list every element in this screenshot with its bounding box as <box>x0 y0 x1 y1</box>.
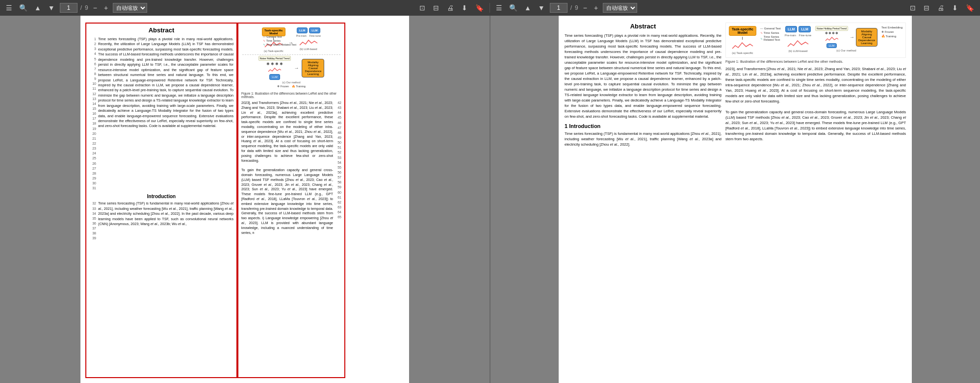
intro-title-left: Introduction <box>89 194 233 199</box>
legend-right: — General Text ∿ Time Series ∿ Time Seri… <box>760 27 781 41</box>
page-total-right: 9 <box>575 4 578 11</box>
noise-badge: Noise Holiday Period Trend <box>258 56 291 61</box>
sidebar-toggle-left[interactable]: ☰ <box>4 3 14 13</box>
page-sep-right: / <box>570 4 572 11</box>
llm-b2-right: LLM <box>799 26 810 32</box>
right-page-left-col: Abstract Time series forecasting (TSF) p… <box>565 23 722 378</box>
pretrain-finetune-label: Pre-train Fine-tune <box>296 34 321 38</box>
figure-caption-left: Figure 1: Illustration of the difference… <box>241 92 341 99</box>
right-page-right-col: Task-specificModel (a) Task-specific <box>725 23 906 378</box>
panel-a-label-right: (a) Task-specific <box>732 51 753 54</box>
frozen-label-right: ❄ Frozen <box>881 30 903 33</box>
pdf-page-left: Abstract 1234567891011121314151617181920… <box>0 16 490 383</box>
pdf-viewer: ☰ 🔍 ▲ ▼ 1 / 9 − + 自动缩放 ⊡ ⊟ 🖨 ⬇ 🔖 ☰ 🔍 <box>0 0 980 383</box>
next-page-left[interactable]: ▼ <box>46 3 57 13</box>
pdf-page-right: Abstract Time series forecasting (TSF) p… <box>490 16 980 383</box>
bookmark-btn-left[interactable]: 🔖 <box>473 3 486 13</box>
abstract-body-right: Time series forecasting (TSF) plays a pi… <box>565 33 722 119</box>
right-col-text: 2023], and Transformers [Zhou et al., 20… <box>241 101 333 375</box>
zoom-select-left[interactable]: 自动缩放 <box>113 3 147 13</box>
toolbar-icons-right: ⊡ ⊟ 🖨 ⬇ 🔖 <box>908 3 976 13</box>
llm-b1-right: LLM <box>785 26 797 32</box>
zoom-out-right[interactable]: − <box>581 3 589 13</box>
legend-time-series: ∿ Time Series <box>263 39 296 42</box>
noise-badge-right: Noise Holiday Period Trend <box>815 26 848 31</box>
sidebar-toggle-right[interactable]: ☰ <box>494 3 504 13</box>
intro-title-right: 1 Introduction <box>565 123 722 129</box>
legend-general-right: — General Text <box>760 27 781 30</box>
download-btn-left[interactable]: ⬇ <box>460 3 469 13</box>
toolbar-icons-left: ⊡ ⊟ 🖨 ⬇ 🔖 <box>417 3 486 13</box>
our-method-panel: Noise Holiday Period Trend ❄ ❄ ❄ ❄ <box>242 56 340 84</box>
figure-diagram: Task-specificModel (a) Task-specific <box>241 26 341 90</box>
legend-general-text: — General Text <box>263 35 296 38</box>
bookmark-btn-right[interactable]: 🔖 <box>964 3 976 13</box>
fig-panel-b-right: LLM LLM Pre-train Fine-tune (b) LLM-base… <box>785 26 811 52</box>
llm-c-right: LLM <box>826 43 837 48</box>
line-numbers-right: 4243444546474849505152535455565758596061… <box>335 101 341 375</box>
next-page-right[interactable]: ▼ <box>536 3 547 13</box>
intro-body-right: Time series forecasting (TSF) is fundame… <box>565 131 722 147</box>
two-page-btn-left[interactable]: ⊟ <box>431 3 441 13</box>
ts-chart-right-b <box>787 39 809 49</box>
task-specific-right: Task-specificModel <box>729 26 756 36</box>
task-specific-label: (a) Task-specific <box>264 50 284 52</box>
fig-panel-c-right: Noise Holiday Period Trend ❄❄❄❄ LLM → <box>815 26 877 52</box>
modality-c-right: ModalityAligningCausalDependenceLearning <box>856 28 877 47</box>
legend-ts-right: ∿ Time Series <box>760 31 781 34</box>
ts-chart-3 <box>267 67 282 74</box>
zoom-in-right[interactable]: + <box>592 3 600 13</box>
continuation-text-right: 2023], and Transformers [Zhou et al., 20… <box>725 66 906 142</box>
download-btn-right[interactable]: ⬇ <box>950 3 960 13</box>
page-input-left[interactable]: 1 <box>60 3 77 13</box>
page-content-left: Abstract 1234567891011121314151617181920… <box>80 16 409 383</box>
left-text-column: Abstract 1234567891011121314151617181920… <box>85 23 237 378</box>
figure-area-right: Task-specificModel (a) Task-specific <box>725 23 906 58</box>
frozen-training-legend-right: Text Embedding ❄ Frozen 🔥 Training <box>881 26 903 38</box>
zoom-out-left[interactable]: − <box>91 3 99 13</box>
fit-page-btn-left[interactable]: ⊡ <box>417 3 427 13</box>
toolbar: ☰ 🔍 ▲ ▼ 1 / 9 − + 自动缩放 ⊡ ⊟ 🖨 ⬇ 🔖 ☰ 🔍 <box>0 0 980 16</box>
search-btn-left[interactable]: 🔍 <box>17 3 29 13</box>
llm-box-1: LLM <box>297 27 308 33</box>
print-btn-right[interactable]: 🖨 <box>935 3 946 13</box>
prev-page-right[interactable]: ▲ <box>522 3 533 13</box>
page-sep-left: / <box>80 4 82 11</box>
llm-based-label: (b) LLM-based <box>300 48 317 51</box>
ts-chart-right-a <box>731 41 753 51</box>
modality-box: ModalityAligningCausalDependenceLearning <box>302 59 324 77</box>
line-numbers-abstract: 1234567891011121314151617181920212223242… <box>89 37 96 191</box>
training-label-right: 🔥 Training <box>881 34 903 38</box>
ts-chart-right-c <box>825 36 839 43</box>
legend-ts-related: ∿ Time Series Related Text <box>263 43 296 46</box>
fit-page-btn-right[interactable]: ⊡ <box>908 3 918 13</box>
legend-frozen-training: ❄ Frozen 🔥 Training <box>242 85 340 88</box>
llm-based-panel: LLM LLM Pre-train Fine-tune (b) LLM-base… <box>296 27 321 52</box>
print-btn-left[interactable]: 🖨 <box>445 3 456 13</box>
line-numbers-intro: 3233343536373839 <box>89 201 96 241</box>
panel-b-label-right: (b) LLM-based <box>788 50 807 52</box>
intro-body-left: Time series forecasting (TSF) is fundame… <box>98 201 233 241</box>
page-content-right: Abstract Time series forecasting (TSF) p… <box>559 16 912 383</box>
arrow-right-2: → <box>294 65 299 71</box>
two-page-btn-right[interactable]: ⊟ <box>922 3 931 13</box>
panel-c-label-right: (c) Our method <box>836 49 856 52</box>
ts-chart-2 <box>299 38 318 47</box>
pretrain-fine-right: Pre-train Fine-tune <box>785 33 811 38</box>
figure-caption-right: Figure 1: Illustration of the difference… <box>725 60 906 63</box>
toolbar-right: ☰ 🔍 ▲ ▼ 1 / 9 − + 自动缩放 ⊡ ⊟ 🖨 ⬇ 🔖 <box>490 3 980 13</box>
abstract-title-right: Abstract <box>565 23 722 30</box>
zoom-in-left[interactable]: + <box>102 3 110 13</box>
zoom-select-right[interactable]: 自动缩放 <box>603 3 637 13</box>
llm-box-our: LLM <box>269 74 280 80</box>
search-btn-right[interactable]: 🔍 <box>507 3 519 13</box>
arrow-c-right: → <box>850 34 854 40</box>
toolbar-left: ☰ 🔍 ▲ ▼ 1 / 9 − + 自动缩放 ⊡ ⊟ 🖨 ⬇ 🔖 <box>0 3 490 13</box>
figure-column: Task-specificModel (a) Task-specific <box>237 23 345 378</box>
our-method-label: (c) Our method <box>283 81 301 84</box>
prev-page-left[interactable]: ▲ <box>32 3 43 13</box>
abstract-title-left: Abstract <box>89 26 233 34</box>
fig-panel-a-right: Task-specificModel (a) Task-specific <box>729 26 756 54</box>
llm-box-2: LLM <box>309 27 320 33</box>
page-input-right[interactable]: 1 <box>550 3 567 13</box>
